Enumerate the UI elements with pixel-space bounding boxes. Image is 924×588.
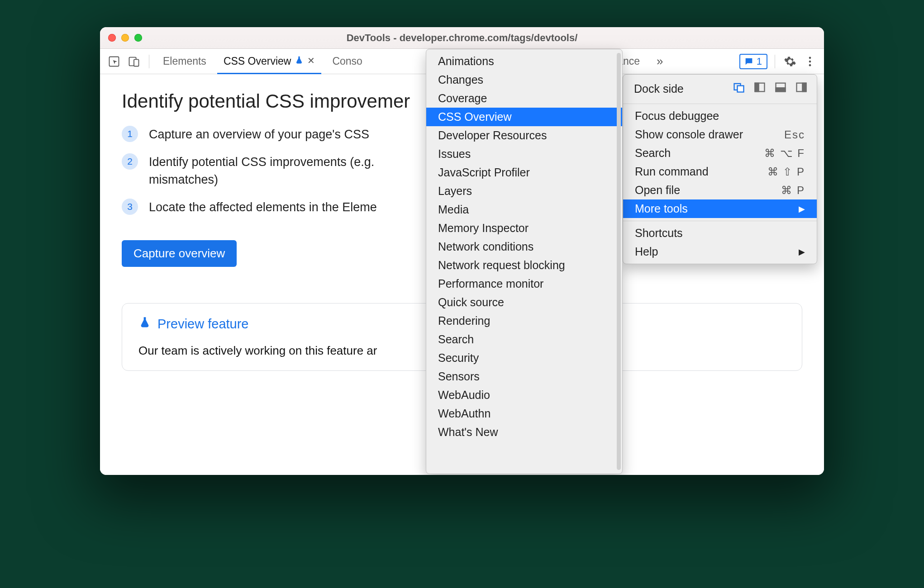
more-tools-item[interactable]: Performance monitor xyxy=(426,275,622,293)
more-tools-item-label: JavaScript Profiler xyxy=(438,166,530,179)
more-tools-item[interactable]: Developer Resources xyxy=(426,126,622,145)
menu-item-search[interactable]: Search⌘ ⌥ F xyxy=(623,144,817,162)
flask-icon xyxy=(295,55,304,67)
svg-rect-9 xyxy=(755,83,759,92)
more-tools-item-label: Network conditions xyxy=(438,240,533,253)
dock-undock-icon[interactable] xyxy=(733,81,745,96)
menu-separator xyxy=(623,221,817,221)
dock-left-icon[interactable] xyxy=(753,81,766,96)
step-text: Locate the affected elements in the Elem… xyxy=(149,199,377,216)
devtools-window: DevTools - developer.chrome.com/tags/dev… xyxy=(100,27,824,475)
svg-point-5 xyxy=(809,64,811,66)
more-tools-item[interactable]: Issues xyxy=(426,145,622,163)
more-tools-item[interactable]: Layers xyxy=(426,182,622,200)
chevron-right-icon: ▶ xyxy=(799,204,805,214)
more-tools-item[interactable]: Network request blocking xyxy=(426,256,622,275)
device-toolbar-icon[interactable] xyxy=(126,54,142,69)
settings-menu[interactable]: Dock side Focus debuggee Show console dr… xyxy=(623,74,817,264)
more-tools-item-label: Animations xyxy=(438,55,494,68)
more-tools-item-label: Layers xyxy=(438,185,472,198)
divider xyxy=(775,55,775,68)
more-tools-item-label: Search xyxy=(438,333,474,346)
kebab-menu-icon[interactable] xyxy=(802,54,818,69)
svg-rect-11 xyxy=(776,88,786,91)
menu-item-run-command[interactable]: Run command⌘ ⇧ P xyxy=(623,162,817,181)
step-text: Identify potential CSS improvements (e.g… xyxy=(149,153,402,189)
more-tools-item-label: Issues xyxy=(438,147,471,161)
capture-overview-button[interactable]: Capture overview xyxy=(122,240,237,267)
more-tools-item[interactable]: WebAuthn xyxy=(426,404,622,423)
more-tools-item-label: Changes xyxy=(438,73,483,86)
message-icon xyxy=(744,57,754,66)
svg-rect-13 xyxy=(802,83,806,92)
dock-bottom-icon[interactable] xyxy=(774,81,787,96)
menu-separator xyxy=(623,104,817,104)
more-tools-item[interactable]: What's New xyxy=(426,423,622,441)
more-tools-item-label: Developer Resources xyxy=(438,129,547,142)
more-tools-item[interactable]: Security xyxy=(426,349,622,367)
more-tools-submenu[interactable]: AnimationsChangesCoverageCSS OverviewDev… xyxy=(426,49,623,474)
more-tools-item[interactable]: WebAudio xyxy=(426,386,622,404)
more-tools-item-label: Memory Inspector xyxy=(438,222,529,235)
more-tools-item-label: WebAudio xyxy=(438,389,490,402)
more-tools-item[interactable]: Memory Inspector xyxy=(426,219,622,237)
scrollbar[interactable] xyxy=(617,53,621,470)
issues-count: 1 xyxy=(757,56,762,67)
more-tools-item-label: Coverage xyxy=(438,92,487,105)
svg-rect-2 xyxy=(134,59,139,66)
menu-item-shortcuts[interactable]: Shortcuts xyxy=(623,224,817,242)
preview-label: Preview feature xyxy=(157,317,249,332)
issues-badge[interactable]: 1 xyxy=(739,54,767,69)
more-tools-item[interactable]: CSS Overview xyxy=(426,108,622,126)
tab-console[interactable]: Conso xyxy=(326,49,368,74)
step-number: 3 xyxy=(122,199,138,215)
svg-point-4 xyxy=(809,60,811,62)
menu-item-open-file[interactable]: Open file⌘ P xyxy=(623,181,817,199)
tab-label: CSS Overview xyxy=(224,55,291,67)
close-tab-icon[interactable]: ✕ xyxy=(307,55,315,66)
more-tools-item[interactable]: Search xyxy=(426,330,622,349)
step-number: 2 xyxy=(122,153,138,170)
dock-side-label: Dock side xyxy=(634,82,684,95)
window-title: DevTools - developer.chrome.com/tags/dev… xyxy=(100,32,824,44)
more-tools-item-label: Network request blocking xyxy=(438,259,565,272)
menu-item-show-console[interactable]: Show console drawerEsc xyxy=(623,125,817,144)
more-tools-item-label: Rendering xyxy=(438,314,490,327)
more-tools-item[interactable]: Coverage xyxy=(426,89,622,108)
more-tools-item[interactable]: Animations xyxy=(426,52,622,71)
step-text: Capture an overview of your page's CSS xyxy=(149,126,369,143)
more-tools-item[interactable]: JavaScript Profiler xyxy=(426,163,622,182)
inspect-element-icon[interactable] xyxy=(106,54,122,69)
more-tools-item-label: Sensors xyxy=(438,370,480,383)
svg-point-3 xyxy=(809,57,811,59)
more-tools-item[interactable]: Rendering xyxy=(426,312,622,330)
more-tools-item[interactable]: Quick source xyxy=(426,293,622,312)
more-tools-item-label: Performance monitor xyxy=(438,277,543,290)
more-tools-item-label: What's New xyxy=(438,426,498,439)
dock-right-icon[interactable] xyxy=(795,81,808,96)
menu-item-focus-debuggee[interactable]: Focus debuggee xyxy=(623,107,817,125)
tab-elements[interactable]: Elements xyxy=(157,49,213,74)
flask-icon xyxy=(138,316,151,332)
titlebar: DevTools - developer.chrome.com/tags/dev… xyxy=(100,27,824,49)
more-tools-item-label: Media xyxy=(438,203,469,216)
tab-label: Conso xyxy=(332,55,362,67)
dock-side-row: Dock side xyxy=(623,77,817,101)
chevron-right-icon: ▶ xyxy=(799,247,805,257)
tab-css-overview[interactable]: CSS Overview ✕ xyxy=(217,49,322,74)
more-tools-item[interactable]: Changes xyxy=(426,71,622,89)
tabs-overflow-icon[interactable]: » xyxy=(657,54,663,68)
gear-icon[interactable] xyxy=(782,54,798,69)
more-tools-item-label: WebAuthn xyxy=(438,407,491,420)
more-tools-item-label: CSS Overview xyxy=(438,110,512,123)
menu-item-more-tools[interactable]: More tools▶ xyxy=(623,199,817,218)
tab-label: Elements xyxy=(163,55,206,67)
more-tools-item[interactable]: Media xyxy=(426,200,622,219)
step-number: 1 xyxy=(122,126,138,142)
more-tools-item[interactable]: Network conditions xyxy=(426,237,622,256)
more-tools-item[interactable]: Sensors xyxy=(426,367,622,386)
divider xyxy=(149,55,149,68)
svg-rect-7 xyxy=(738,86,744,92)
menu-item-help[interactable]: Help▶ xyxy=(623,242,817,261)
more-tools-item-label: Security xyxy=(438,351,479,365)
